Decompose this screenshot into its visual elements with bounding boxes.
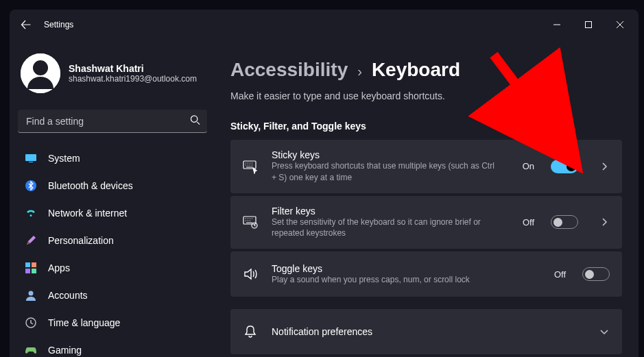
- sticky-keys-card[interactable]: Sticky keys Press keyboard shortcuts tha…: [230, 140, 622, 193]
- card-description: Set the sensitivity of the keyboard so i…: [272, 217, 498, 240]
- nav-label: Gaming: [48, 345, 82, 356]
- keyboard-pointer-icon: [243, 159, 258, 174]
- nav-label: Personalization: [48, 235, 114, 246]
- back-arrow-icon: [21, 19, 32, 30]
- chevron-right-icon[interactable]: [599, 217, 610, 227]
- toggle-state-label: On: [523, 161, 534, 171]
- search-box: [18, 110, 207, 133]
- maximize-icon: [585, 21, 592, 28]
- nav: System Bluetooth & devices Network & int…: [18, 145, 207, 357]
- svg-rect-10: [32, 269, 36, 273]
- close-button[interactable]: [604, 14, 636, 36]
- nav-label: Accounts: [48, 290, 88, 301]
- sidebar-item-system[interactable]: System: [18, 145, 207, 171]
- window-controls: [541, 14, 636, 36]
- main-content: Accessibility › Keyboard Make it easier …: [215, 40, 639, 357]
- page-description: Make it easier to type and use keyboard …: [230, 90, 622, 101]
- sidebar-item-apps[interactable]: Apps: [18, 255, 207, 281]
- clock-icon: [25, 317, 37, 329]
- sidebar-item-personalization[interactable]: Personalization: [18, 227, 207, 254]
- profile-block[interactable]: Shashwat Khatri shashwat.khatri1993@outl…: [18, 40, 207, 110]
- nav-label: System: [48, 153, 80, 164]
- app-title: Settings: [44, 20, 73, 29]
- sidebar-item-time-language[interactable]: Time & language: [18, 310, 207, 336]
- svg-rect-8: [32, 262, 36, 267]
- chevron-right-icon: ›: [357, 64, 362, 79]
- avatar-icon: [21, 53, 60, 93]
- toggle-keys-card[interactable]: Toggle keys Play a sound when you press …: [230, 251, 622, 297]
- breadcrumb-parent[interactable]: Accessibility: [230, 59, 348, 81]
- sound-icon: [243, 267, 258, 282]
- system-icon: [25, 152, 37, 164]
- maximize-button[interactable]: [573, 14, 604, 36]
- card-title: Toggle keys: [272, 263, 540, 274]
- toggle-state-label: Off: [523, 217, 534, 227]
- sidebar-item-network[interactable]: Network & internet: [18, 200, 207, 226]
- breadcrumb: Accessibility › Keyboard: [230, 59, 622, 81]
- titlebar: Settings: [10, 10, 639, 40]
- svg-rect-7: [25, 262, 30, 267]
- keyboard-clock-icon: [243, 214, 258, 230]
- card-title: Sticky keys: [272, 149, 509, 160]
- filter-keys-toggle[interactable]: [551, 215, 578, 229]
- card-title: Filter keys: [272, 206, 509, 217]
- close-icon: [617, 21, 623, 28]
- sticky-keys-toggle[interactable]: [551, 160, 578, 173]
- sidebar-item-gaming[interactable]: Gaming: [18, 337, 207, 357]
- card-title: Notification preferences: [272, 326, 578, 337]
- profile-email: shashwat.khatri1993@outlook.com: [69, 74, 197, 84]
- svg-rect-5: [29, 162, 33, 162]
- gaming-icon: [25, 344, 37, 356]
- svg-rect-0: [586, 22, 592, 28]
- svg-point-3: [191, 116, 197, 122]
- sidebar-item-bluetooth[interactable]: Bluetooth & devices: [18, 173, 207, 199]
- sidebar: Shashwat Khatri shashwat.khatri1993@outl…: [10, 40, 215, 357]
- sidebar-item-accounts[interactable]: Accounts: [18, 282, 207, 308]
- search-icon: [190, 115, 200, 128]
- settings-window: Settings: [10, 10, 639, 357]
- paintbrush-icon: [25, 234, 37, 247]
- avatar: [21, 53, 60, 93]
- chevron-down-icon[interactable]: [599, 328, 610, 335]
- notification-preferences-card[interactable]: Notification preferences: [230, 309, 622, 354]
- minimize-button[interactable]: [541, 14, 573, 36]
- search-input[interactable]: [18, 110, 207, 133]
- card-description: Press keyboard shortcuts that use multip…: [272, 160, 498, 184]
- section-title: Sticky, Filter, and Toggle keys: [230, 121, 622, 132]
- wifi-icon: [25, 207, 37, 219]
- toggle-state-label: Off: [554, 269, 566, 280]
- svg-point-11: [29, 291, 34, 296]
- card-description: Play a sound when you press caps, num, o…: [272, 274, 498, 286]
- accounts-icon: [25, 289, 37, 301]
- nav-label: Apps: [48, 262, 70, 273]
- minimize-icon: [553, 21, 560, 28]
- nav-label: Network & internet: [48, 208, 127, 219]
- svg-point-2: [33, 60, 48, 75]
- bluetooth-icon: [25, 180, 37, 192]
- back-button[interactable]: [14, 12, 38, 37]
- settings-cards: Sticky keys Press keyboard shortcuts tha…: [230, 140, 622, 354]
- bell-icon: [243, 324, 258, 339]
- apps-icon: [25, 262, 37, 274]
- svg-rect-9: [25, 269, 30, 273]
- profile-name: Shashwat Khatri: [69, 63, 197, 74]
- nav-label: Bluetooth & devices: [48, 180, 133, 191]
- page-title: Keyboard: [372, 59, 460, 81]
- nav-label: Time & language: [48, 317, 120, 328]
- svg-rect-4: [25, 154, 36, 161]
- toggle-keys-toggle[interactable]: [582, 267, 610, 281]
- filter-keys-card[interactable]: Filter keys Set the sensitivity of the k…: [230, 196, 622, 249]
- chevron-right-icon[interactable]: [599, 162, 610, 171]
